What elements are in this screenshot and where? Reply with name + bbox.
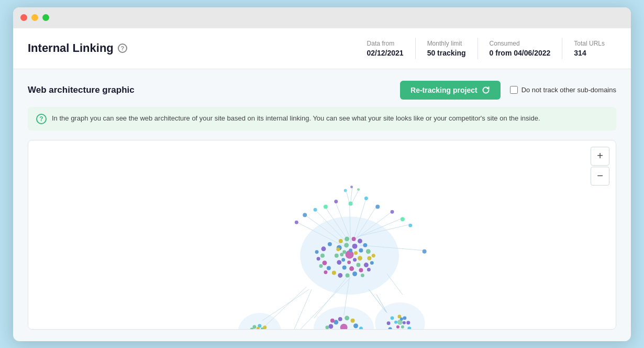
- stat-value-monthly-limit: 50 tracking: [427, 49, 466, 57]
- zoom-in-button[interactable]: +: [591, 147, 609, 166]
- svg-point-57: [315, 250, 319, 254]
- svg-point-70: [408, 223, 412, 227]
- svg-point-80: [338, 317, 342, 321]
- svg-point-83: [353, 323, 358, 328]
- svg-point-92: [325, 325, 329, 329]
- svg-point-42: [364, 263, 369, 267]
- svg-line-144: [352, 190, 359, 203]
- svg-point-39: [346, 273, 350, 277]
- svg-point-136: [400, 317, 403, 320]
- stat-label-total-urls: Total URLs: [574, 40, 605, 47]
- svg-point-69: [401, 217, 405, 221]
- svg-point-64: [361, 273, 364, 277]
- stat-monthly-limit: Monthly limit 50 tracking: [415, 38, 478, 59]
- svg-point-48: [345, 236, 349, 241]
- svg-line-142: [347, 191, 350, 203]
- main-content: Web architecture graphic Re-tracking pro…: [13, 69, 631, 341]
- svg-point-32: [328, 242, 332, 246]
- svg-point-23: [352, 243, 358, 248]
- svg-point-90: [330, 318, 335, 322]
- app-window: Internal Linking ? Data from 02/12/2021 …: [13, 7, 631, 341]
- subdomain-checkbox[interactable]: [510, 86, 518, 94]
- page-title: Internal Linking ?: [28, 41, 127, 55]
- subdomain-checkbox-label[interactable]: Do not track other sub-domains: [510, 86, 616, 94]
- svg-line-17: [293, 289, 312, 329]
- svg-point-141: [357, 188, 360, 191]
- svg-point-37: [332, 270, 336, 275]
- svg-point-53: [353, 258, 357, 262]
- svg-point-71: [423, 249, 427, 253]
- svg-point-122: [391, 316, 394, 320]
- svg-point-52: [354, 251, 358, 255]
- zoom-out-button[interactable]: −: [591, 167, 609, 186]
- stat-consumed: Consumed 0 from 04/06/2022: [478, 38, 562, 59]
- info-text: In the graph you can see the web archite…: [52, 113, 540, 124]
- svg-point-72: [334, 199, 338, 203]
- svg-point-89: [328, 324, 333, 329]
- info-icon: ?: [36, 114, 47, 124]
- svg-point-132: [394, 320, 397, 323]
- right-cluster: [369, 289, 425, 329]
- section-title: Web architecture graphic: [28, 85, 135, 95]
- svg-point-41: [359, 268, 363, 272]
- stat-label-consumed: Consumed: [490, 40, 551, 47]
- maximize-dot[interactable]: [42, 14, 49, 21]
- left-cluster: [238, 312, 298, 329]
- svg-point-63: [367, 268, 371, 271]
- svg-point-68: [391, 210, 394, 213]
- svg-point-56: [340, 253, 343, 256]
- stat-label-monthly-limit: Monthly limit: [427, 40, 466, 47]
- svg-point-82: [351, 318, 355, 322]
- svg-point-44: [366, 249, 371, 254]
- svg-point-61: [372, 254, 375, 257]
- stat-total-urls: Total URLs 314: [562, 38, 616, 59]
- minimize-dot[interactable]: [31, 14, 38, 21]
- svg-point-81: [345, 316, 349, 320]
- svg-point-31: [336, 247, 340, 251]
- svg-point-73: [324, 204, 328, 209]
- svg-point-43: [367, 256, 371, 260]
- svg-point-45: [363, 243, 367, 247]
- svg-point-75: [303, 213, 307, 217]
- close-dot[interactable]: [20, 14, 27, 21]
- bottom-cluster: [314, 307, 374, 329]
- stat-value-data-from: 02/12/2021: [367, 49, 404, 57]
- svg-point-67: [375, 204, 380, 209]
- svg-point-27: [349, 266, 354, 271]
- svg-point-35: [322, 260, 327, 265]
- svg-point-55: [341, 258, 345, 262]
- stat-data-from: Data from 02/12/2021: [356, 38, 415, 59]
- svg-point-74: [314, 208, 317, 211]
- svg-point-33: [321, 246, 326, 251]
- svg-point-134: [401, 325, 404, 328]
- svg-point-25: [358, 256, 362, 260]
- svg-point-133: [396, 325, 399, 328]
- svg-point-76: [295, 220, 298, 224]
- svg-point-130: [403, 316, 406, 320]
- svg-point-135: [403, 321, 406, 324]
- stat-label-data-from: Data from: [367, 40, 404, 47]
- retrack-button[interactable]: Re-tracking project: [400, 81, 501, 100]
- svg-point-62: [370, 261, 374, 265]
- help-icon[interactable]: ?: [118, 44, 127, 53]
- svg-point-24: [359, 248, 363, 252]
- titlebar: [13, 7, 631, 28]
- svg-point-66: [364, 197, 368, 200]
- page-header: Internal Linking ? Data from 02/12/2021 …: [13, 28, 631, 69]
- stat-value-consumed: 0 from 04/06/2022: [490, 49, 551, 57]
- svg-point-50: [342, 250, 346, 254]
- svg-point-26: [357, 263, 361, 267]
- graph-container: + −: [28, 140, 616, 330]
- svg-point-59: [319, 264, 323, 268]
- svg-point-123: [387, 321, 391, 325]
- svg-point-22: [344, 243, 349, 247]
- svg-line-138: [369, 289, 386, 312]
- svg-point-46: [358, 238, 362, 243]
- info-banner: ? In the graph you can see the web archi…: [28, 107, 616, 130]
- svg-point-34: [320, 253, 325, 257]
- retrack-label: Re-tracking project: [410, 86, 478, 94]
- svg-point-36: [327, 266, 331, 270]
- svg-point-58: [317, 257, 320, 260]
- section-actions: Re-tracking project Do not track other s…: [400, 81, 616, 100]
- svg-point-38: [338, 273, 342, 277]
